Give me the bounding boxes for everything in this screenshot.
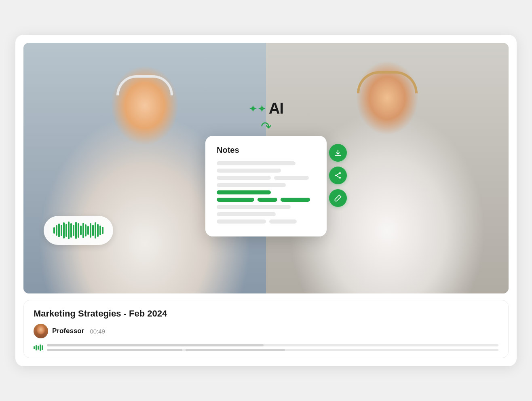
waveform-visual — [53, 222, 103, 239]
note-line-9 — [269, 219, 297, 224]
speaker-row: Professor 00:49 — [34, 324, 498, 338]
note-line-group-1 — [217, 176, 315, 180]
svg-line-3 — [337, 173, 339, 175]
meeting-title: Marketing Strategies - Feb 2024 — [34, 308, 498, 319]
avatar — [34, 324, 48, 338]
notes-title: Notes — [217, 146, 315, 155]
note-line-green-2 — [217, 198, 254, 202]
note-line-3 — [217, 176, 271, 180]
note-line-group-2 — [217, 219, 315, 224]
note-line-7 — [217, 212, 276, 216]
note-line-green-1 — [217, 190, 271, 194]
speaker-name: Professor — [52, 327, 84, 335]
avatar-image — [34, 324, 48, 338]
note-line-6 — [217, 205, 291, 209]
edit-button[interactable] — [329, 189, 347, 207]
waveform-badge — [44, 216, 113, 245]
audio-row — [34, 344, 498, 351]
note-line-4 — [274, 176, 308, 180]
sparkle-icon: ✦✦ — [249, 103, 266, 114]
note-line-5 — [217, 183, 286, 187]
info-card: Marketing Strategies - Feb 2024 Professo… — [23, 300, 509, 358]
share-button[interactable] — [329, 167, 347, 184]
share-icon — [334, 171, 342, 179]
download-icon — [334, 149, 342, 157]
video-section: ✦✦ AI ↷ Notes — [23, 43, 509, 293]
download-button[interactable] — [329, 144, 347, 162]
mini-waveform — [34, 344, 43, 351]
ai-arrow-icon: ↷ — [261, 119, 272, 134]
ai-label: ✦✦ AI — [249, 100, 283, 117]
headphones-left-icon — [116, 75, 173, 95]
note-line-1 — [217, 161, 296, 165]
headphones-right-icon — [357, 71, 418, 93]
progress-tracks — [47, 344, 498, 351]
note-line-2 — [217, 169, 281, 173]
note-line-group-green — [217, 198, 315, 202]
progress-track-top — [47, 344, 498, 346]
main-card: ✦✦ AI ↷ Notes — [15, 35, 517, 366]
speaker-time: 00:49 — [90, 328, 105, 335]
svg-line-4 — [337, 176, 339, 177]
ai-notes-overlay: ✦✦ AI ↷ Notes — [205, 100, 327, 236]
note-line-green-4 — [281, 198, 310, 202]
progress-fill-bottom-1 — [47, 349, 182, 351]
edit-icon — [334, 194, 342, 202]
notes-card: Notes — [205, 136, 327, 236]
note-line-green-3 — [258, 198, 277, 202]
progress-fill-bottom-2 — [186, 349, 285, 351]
progress-track-bottom — [47, 349, 498, 351]
notes-actions — [329, 144, 347, 207]
note-line-8 — [217, 219, 266, 224]
progress-fill-top — [47, 344, 264, 346]
ai-text: AI — [269, 100, 283, 117]
